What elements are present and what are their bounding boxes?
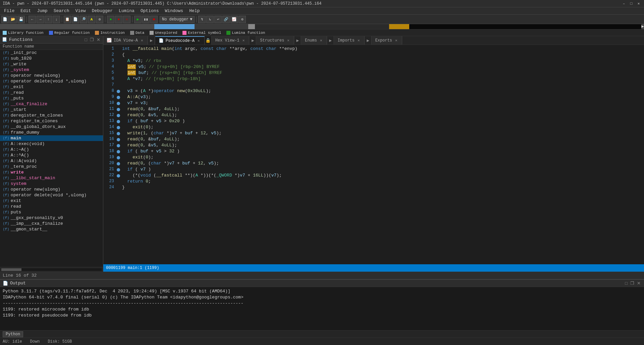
tab-structures-close[interactable]: ✕ <box>286 38 290 43</box>
tb-debug-play[interactable]: ▶ <box>134 16 142 23</box>
fn-list-item[interactable]: ⟨f⟩__libc_start_main <box>0 175 103 181</box>
tb-forward[interactable]: → <box>37 16 44 23</box>
menu-debugger[interactable]: Debugger <box>89 8 115 14</box>
menu-jump[interactable]: Jump <box>34 8 50 14</box>
code-line[interactable]: 1int __fastcall main(int argc, const cha… <box>103 46 644 52</box>
tb-new[interactable]: 📄 <box>1 16 9 23</box>
code-line[interactable]: 10 v7 = v3; <box>103 100 644 107</box>
tab-enums[interactable]: Enums ✕ <box>302 36 327 45</box>
menu-windows[interactable]: Windows <box>162 8 186 14</box>
tb-extra1[interactable]: ↩ <box>214 16 222 23</box>
fn-list-item[interactable]: ⟨f⟩A::A(void) <box>0 158 103 164</box>
fn-list-item[interactable]: ⟨f⟩_start <box>0 107 103 113</box>
code-line[interactable]: 4 int v5; // [rsp+0h] [rbp-20h] BYREF <box>103 64 644 70</box>
code-line[interactable]: 6 A *v7; // [rsp+8h] [rbp-18h] <box>103 76 644 82</box>
tb-debug-stop[interactable]: ■ <box>150 16 158 23</box>
code-line[interactable]: 13 if ( buf + v5 > 0x20 ) <box>103 119 644 125</box>
tab-structures[interactable]: Structures ✕ <box>257 36 294 45</box>
tb-open[interactable]: 📂 <box>9 16 17 23</box>
nav-scroll-right[interactable]: ► <box>641 24 644 29</box>
close-button[interactable]: ✕ <box>636 1 641 6</box>
fn-list-item[interactable]: ⟨f⟩__gxx_personality_v0 <box>0 215 103 221</box>
fn-list-item[interactable]: ⟨f⟩system <box>0 181 103 187</box>
tb-extra3[interactable]: 📈 <box>230 16 238 23</box>
fn-list-item[interactable]: ⟨f⟩register_tm_clones <box>0 118 103 124</box>
output-undock[interactable]: □ <box>624 281 628 286</box>
tb-green-dot[interactable]: ● <box>107 16 114 23</box>
navigation-bar[interactable]: ► <box>0 24 644 29</box>
fn-list-item[interactable]: ⟨f⟩__gmon_start__ <box>0 226 103 232</box>
functions-list[interactable]: ⟨f⟩_init_proc⟨f⟩sub_1020⟨f⟩_write⟨f⟩_sys… <box>0 50 103 267</box>
fn-list-item[interactable]: ⟨f⟩deregister_tm_clones <box>0 113 103 118</box>
fn-list-item[interactable]: ⟨f⟩operator new(ulong) <box>0 187 103 192</box>
tab-struct-extra[interactable]: ▶ <box>294 36 301 45</box>
code-line[interactable]: 8 v3 = (A *)operator new(0x30uLL); <box>103 88 644 94</box>
fn-list-item[interactable]: ⟨f⟩_init_proc <box>0 50 103 56</box>
fn-list-item[interactable]: ⟨f⟩puts <box>0 209 103 215</box>
tb-copy[interactable]: 📋 <box>64 16 71 23</box>
menu-file[interactable]: File <box>1 8 17 14</box>
menu-lumina[interactable]: Lumina <box>116 8 137 14</box>
code-line[interactable]: 19 exit(0); <box>103 155 644 161</box>
tab-exports[interactable]: Exports ✕ <box>372 36 402 45</box>
fn-list-item[interactable]: ⟨f⟩_exit <box>0 84 103 90</box>
code-line[interactable]: 20 read(0, (char *)v7 + buf + 12, v5); <box>103 161 644 167</box>
tb-paste[interactable]: 📄 <box>72 16 79 23</box>
tab-exports-close[interactable]: ✕ <box>394 38 398 43</box>
code-line[interactable]: 15 write(1, (char *)v7 + buf + 12, v5); <box>103 131 644 137</box>
tb-back[interactable]: ← <box>29 16 36 23</box>
menu-help[interactable]: Help <box>186 8 202 14</box>
tb-step-over[interactable]: ↯ <box>198 16 206 23</box>
fn-list-item[interactable]: ⟨f⟩_puts <box>0 95 103 101</box>
code-line[interactable]: 24} <box>103 185 644 191</box>
code-line[interactable]: 2{ <box>103 52 644 58</box>
tab-pseudocode-a[interactable]: 📄 Pseudocode-A ✕ <box>155 36 205 45</box>
fn-list-item[interactable]: ⟨f⟩A::~A() <box>0 147 103 152</box>
fn-list-item[interactable]: ⟨f⟩__imp___cxa_finalize <box>0 221 103 226</box>
code-line[interactable]: 3 A *v3; // rbx <box>103 58 644 64</box>
fn-list-item[interactable]: ⟨f⟩__do_global_dtors_aux <box>0 124 103 130</box>
code-line[interactable]: 21 if ( v7 ) <box>103 167 644 173</box>
tb-down[interactable]: ↓ <box>53 16 60 23</box>
code-view[interactable]: 1int __fastcall main(int argc, const cha… <box>103 45 644 264</box>
fn-list-item[interactable]: ⟨f⟩_term_proc <box>0 164 103 169</box>
tab-hex-view-1-close[interactable]: ✕ <box>241 38 246 43</box>
maximize-button[interactable]: □ <box>629 1 634 6</box>
output-close[interactable]: ✕ <box>636 281 641 286</box>
tab-ida-view-a[interactable]: 📈 IDA View-A ✕ <box>103 36 148 45</box>
tb-debug-pause[interactable]: ▮▮ <box>142 16 150 23</box>
menu-view[interactable]: View <box>72 8 88 14</box>
tab-imports-extra[interactable]: ▶ <box>365 36 372 45</box>
tb-settings[interactable]: ⚙ <box>96 16 103 23</box>
code-line[interactable]: 23 return 0; <box>103 179 644 185</box>
code-line[interactable]: 5 int buf; // [rsp+4h] [rbp-1Ch] BYREF <box>103 70 644 76</box>
tab-hex-view-1[interactable]: Hex View-1 ✕ <box>212 36 250 45</box>
fn-list-item[interactable]: ⟨f⟩exit <box>0 198 103 204</box>
tb-red-dot[interactable]: ● <box>115 16 122 23</box>
code-line[interactable]: 17 read(0, &v5, 4uLL); <box>103 143 644 149</box>
functions-close[interactable]: ✕ <box>96 37 101 42</box>
code-line[interactable]: 9 A::A(v3); <box>103 94 644 100</box>
fn-list-item[interactable]: ⟨f⟩write <box>0 169 103 175</box>
code-line[interactable]: 11 read(0, &buf, 4uLL); <box>103 107 644 113</box>
tb-save[interactable]: 💾 <box>17 16 25 23</box>
code-line[interactable]: 18 if ( buf + v5 > 32 ) <box>103 149 644 155</box>
fn-list-item[interactable]: ⟨f⟩frame_dummy <box>0 130 103 135</box>
tab-pseudocode-a-close[interactable]: ✕ <box>197 38 201 43</box>
fn-list-item[interactable]: ⟨f⟩operator new(ulong) <box>0 73 103 78</box>
fn-list-item[interactable]: ⟨f⟩_system <box>0 67 103 73</box>
fn-list-item[interactable]: ⟨f⟩_read <box>0 90 103 95</box>
debugger-dropdown[interactable]: No debugger ▼ <box>160 16 195 23</box>
tab-lock-icon[interactable]: 🔒 <box>205 36 212 45</box>
fn-list-item[interactable]: ⟨f⟩operator delete(void *,ulong) <box>0 78 103 84</box>
fn-list-item[interactable]: ⟨f⟩_write <box>0 61 103 67</box>
tab-imports[interactable]: Imports ✕ <box>334 36 365 45</box>
functions-undock[interactable]: □ <box>84 37 88 42</box>
tab-enum-extra[interactable]: ▶ <box>327 36 334 45</box>
fn-list-item[interactable]: ⟨f⟩operator delete(void *,ulong) <box>0 192 103 198</box>
code-line[interactable]: 22 (*(void (__fastcall **)(A *))(*(_QWOR… <box>103 173 644 179</box>
functions-hscrollbar[interactable] <box>0 267 103 272</box>
tab-enums-close[interactable]: ✕ <box>319 38 323 43</box>
tab-hex-extra[interactable]: ▶ <box>250 36 256 45</box>
fn-list-item[interactable]: ⟨f⟩main <box>0 135 103 141</box>
